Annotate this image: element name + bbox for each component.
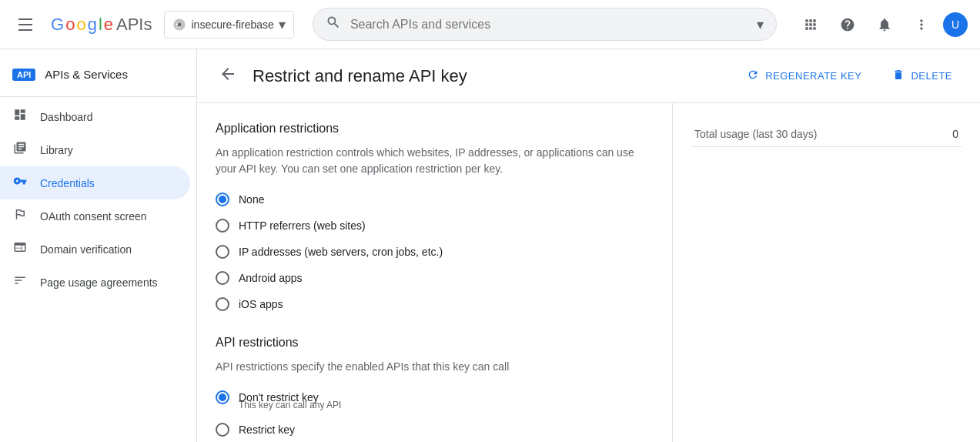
- total-usage-value: 0: [938, 122, 962, 147]
- main-panel: Application restrictions An application …: [197, 103, 672, 442]
- radio-restrict-label: Restrict key: [239, 424, 295, 436]
- radio-http[interactable]: HTTP referrers (web sites): [216, 219, 654, 233]
- radio-http-label: HTTP referrers (web sites): [239, 219, 366, 232]
- delete-button[interactable]: DELETE: [883, 62, 962, 90]
- app-restrictions-section: Application restrictions An application …: [216, 122, 654, 311]
- sidebar-item-label: Domain verification: [40, 243, 132, 256]
- sidebar-item-oauth[interactable]: OAuth consent screen: [0, 199, 190, 233]
- sidebar-item-label: Dashboard: [40, 111, 93, 123]
- apps-icon[interactable]: [795, 9, 826, 40]
- radio-ios-circle: [216, 297, 229, 311]
- domain-icon: [12, 240, 28, 258]
- radio-ip-circle: [216, 245, 229, 259]
- radio-ip-label: IP addresses (web servers, cron jobs, et…: [239, 246, 443, 258]
- delete-icon: [892, 69, 905, 84]
- api-restrictions-section: API restrictions API restrictions specif…: [216, 336, 654, 437]
- page-header: Restrict and rename API key REGENERATE K…: [197, 49, 980, 103]
- radio-restrict-circle: [216, 423, 229, 437]
- avatar[interactable]: U: [943, 12, 968, 37]
- radio-android-circle: [216, 271, 229, 285]
- regenerate-key-button[interactable]: REGENERATE KEY: [738, 62, 871, 90]
- api-restrictions-title: API restrictions: [216, 336, 654, 350]
- notifications-icon[interactable]: [869, 9, 900, 40]
- topbar: Google APIs insecure-firebase ▾ ▾ U: [0, 0, 980, 49]
- sidebar-item-domain[interactable]: Domain verification: [0, 233, 190, 266]
- dont-restrict-sub: This key can call any API: [239, 400, 654, 410]
- radio-dont-restrict-circle: [216, 390, 229, 404]
- radio-none-circle: [216, 193, 229, 206]
- stats-row: Total usage (last 30 days) 0: [691, 122, 962, 147]
- regenerate-label: REGENERATE KEY: [765, 70, 861, 82]
- radio-android[interactable]: Android apps: [216, 271, 654, 285]
- app-restrictions-desc: An application restriction controls whic…: [216, 145, 654, 177]
- radio-ios-label: iOS apps: [239, 298, 283, 310]
- sidebar-item-label: Credentials: [40, 177, 95, 189]
- radio-ios[interactable]: iOS apps: [216, 297, 654, 311]
- back-button[interactable]: [216, 62, 240, 90]
- delete-label: DELETE: [911, 70, 952, 82]
- library-icon: [12, 141, 28, 159]
- sidebar-item-dashboard[interactable]: Dashboard: [0, 100, 190, 133]
- page-title: Restrict and rename API key: [253, 66, 725, 86]
- layout: API APIs & Services Dashboard Library Cr…: [0, 49, 980, 442]
- sidebar-item-label: Library: [40, 144, 73, 156]
- oauth-icon: [12, 207, 28, 225]
- sidebar-item-label: OAuth consent screen: [40, 210, 147, 223]
- search-input[interactable]: [350, 18, 748, 32]
- main-content: Restrict and rename API key REGENERATE K…: [197, 49, 980, 442]
- content-area: Application restrictions An application …: [197, 103, 980, 442]
- page-usage-icon: [12, 273, 28, 291]
- chevron-down-icon: ▾: [279, 16, 286, 33]
- topbar-right: U: [795, 9, 968, 40]
- radio-ip[interactable]: IP addresses (web servers, cron jobs, et…: [216, 245, 654, 259]
- header-actions: REGENERATE KEY DELETE: [738, 62, 962, 90]
- sidebar-item-library[interactable]: Library: [0, 133, 190, 166]
- api-badge: API: [12, 69, 35, 81]
- radio-restrict[interactable]: Restrict key: [216, 423, 654, 437]
- project-name: insecure-firebase: [191, 18, 273, 31]
- sidebar-item-page-usage[interactable]: Page usage agreements: [0, 266, 190, 299]
- app-restrictions-title: Application restrictions: [216, 122, 654, 136]
- radio-android-label: Android apps: [239, 272, 303, 284]
- sidebar: API APIs & Services Dashboard Library Cr…: [0, 49, 197, 442]
- search-icon: [326, 15, 341, 34]
- hamburger-menu-icon[interactable]: [12, 12, 38, 37]
- sidebar-item-credentials[interactable]: Credentials: [0, 166, 190, 199]
- api-restrictions-desc: API restrictions specify the enabled API…: [216, 359, 654, 375]
- project-selector[interactable]: insecure-firebase ▾: [164, 11, 293, 39]
- sidebar-item-label: Page usage agreements: [40, 276, 158, 289]
- google-logo: Google APIs: [51, 15, 152, 35]
- sidebar-header: API APIs & Services: [0, 55, 196, 93]
- stats-table: Total usage (last 30 days) 0: [691, 122, 962, 147]
- app-restrictions-radio-group: None HTTP referrers (web sites) IP addre…: [216, 193, 654, 311]
- sidebar-header-text: APIs & Services: [45, 68, 128, 81]
- dashboard-icon: [12, 108, 28, 126]
- apis-text: APIs: [116, 15, 152, 35]
- api-restrictions-radio-group: Don't restrict key This key can call any…: [216, 390, 654, 437]
- radio-http-circle: [216, 219, 229, 233]
- side-panel: Total usage (last 30 days) 0: [672, 103, 980, 442]
- total-usage-label: Total usage (last 30 days): [691, 122, 938, 147]
- more-vert-icon[interactable]: [906, 9, 937, 40]
- search-bar[interactable]: ▾: [313, 8, 777, 41]
- help-icon[interactable]: [832, 9, 863, 40]
- project-icon: [172, 18, 186, 32]
- refresh-icon: [747, 69, 759, 84]
- radio-none[interactable]: None: [216, 193, 654, 206]
- search-dropdown-icon[interactable]: ▾: [757, 16, 764, 33]
- topbar-left: Google APIs insecure-firebase ▾: [12, 11, 294, 39]
- radio-none-label: None: [239, 193, 264, 206]
- credentials-icon: [12, 174, 28, 192]
- sidebar-divider: [0, 96, 196, 97]
